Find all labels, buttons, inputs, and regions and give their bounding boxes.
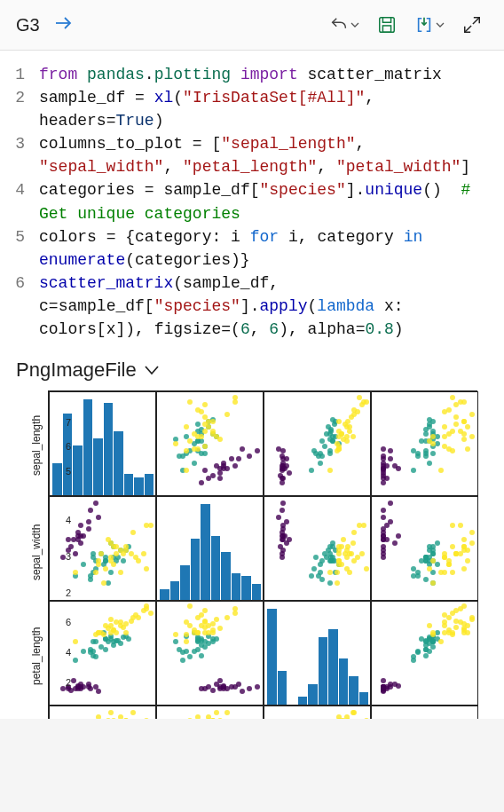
code-line[interactable]: 6scatter_matrix(sample_df, c=sample_df["… [0, 272, 504, 341]
save-button[interactable] [371, 9, 403, 41]
axis-tick: 2 [59, 677, 71, 688]
undo-button[interactable] [323, 9, 366, 41]
plot-cell [371, 391, 478, 496]
plot-cell [156, 391, 264, 496]
output-header[interactable]: PngImageFile [0, 355, 504, 390]
go-arrow-icon[interactable] [54, 14, 75, 35]
plot-cell [49, 706, 156, 719]
svg-line-4 [473, 18, 479, 24]
plot-cell [156, 706, 264, 719]
chevron-down-icon [350, 20, 359, 29]
output-type-label: PngImageFile [16, 359, 137, 382]
code-line[interactable]: 2sample_df = xl("IrisDataSet[#All]", hea… [0, 86, 504, 132]
plot-cell [264, 391, 371, 496]
toolbar: G3 [0, 0, 504, 51]
axis-tick: 2 [59, 587, 71, 598]
axis-tick: 3 [59, 551, 71, 562]
code-content[interactable]: columns_to_plot = ["sepal_length", "sepa… [39, 132, 504, 178]
code-content[interactable]: sample_df = xl("IrisDataSet[#All]", head… [39, 86, 504, 132]
expand-button[interactable] [456, 9, 488, 41]
plot-cell [371, 496, 478, 601]
output-type-button[interactable] [408, 9, 451, 41]
line-number: 4 [0, 178, 39, 225]
code-editor[interactable]: 1from pandas.plotting import scatter_mat… [0, 51, 504, 355]
chevron-down-icon [436, 20, 445, 29]
svg-rect-1 [380, 18, 395, 33]
code-content[interactable]: scatter_matrix(sample_df, c=sample_df["s… [39, 272, 504, 341]
axis-tick: 4 [59, 647, 71, 658]
axis-tick: 4 [59, 515, 71, 525]
code-content[interactable]: colors = {category: i for i, category in… [39, 225, 504, 272]
editor-panel: G3 [0, 0, 504, 719]
axis-label: sepal_width [30, 524, 43, 580]
scatter-matrix-plot: sepal_length567sepal_width234petal_lengt… [0, 390, 504, 719]
chevron-down-icon [144, 364, 160, 376]
axis-tick: 6 [59, 617, 71, 627]
code-line[interactable]: 3columns_to_plot = ["sepal_length", "sep… [0, 132, 504, 178]
axis-label: petal_length [30, 627, 43, 685]
line-number: 3 [0, 132, 39, 178]
axis-label: sepal_length [30, 415, 43, 476]
axis-tick: 5 [59, 466, 71, 477]
line-number: 2 [0, 86, 39, 132]
code-line[interactable]: 5colors = {category: i for i, category i… [0, 225, 504, 272]
axis-tick: 7 [59, 417, 71, 428]
plot-cell [371, 706, 478, 719]
plot-cell [156, 601, 264, 706]
plot-cell [264, 601, 371, 706]
line-number: 6 [0, 272, 39, 341]
line-number: 1 [0, 63, 39, 86]
code-line[interactable]: 4categories = sample_df["species"].uniqu… [0, 178, 504, 225]
plot-cell [49, 496, 156, 601]
plot-cell [156, 496, 264, 601]
code-content[interactable]: from pandas.plotting import scatter_matr… [39, 63, 454, 86]
plot-cell [264, 496, 371, 601]
svg-rect-2 [382, 26, 390, 32]
plot-cell [371, 601, 478, 706]
line-number: 5 [0, 225, 39, 272]
code-content[interactable]: categories = sample_df["species"].unique… [39, 178, 504, 225]
axis-tick: 6 [59, 441, 71, 452]
code-line[interactable]: 1from pandas.plotting import scatter_mat… [0, 63, 504, 86]
svg-line-5 [465, 26, 471, 32]
plot-cell [264, 706, 371, 719]
cell-reference: G3 [16, 15, 49, 35]
